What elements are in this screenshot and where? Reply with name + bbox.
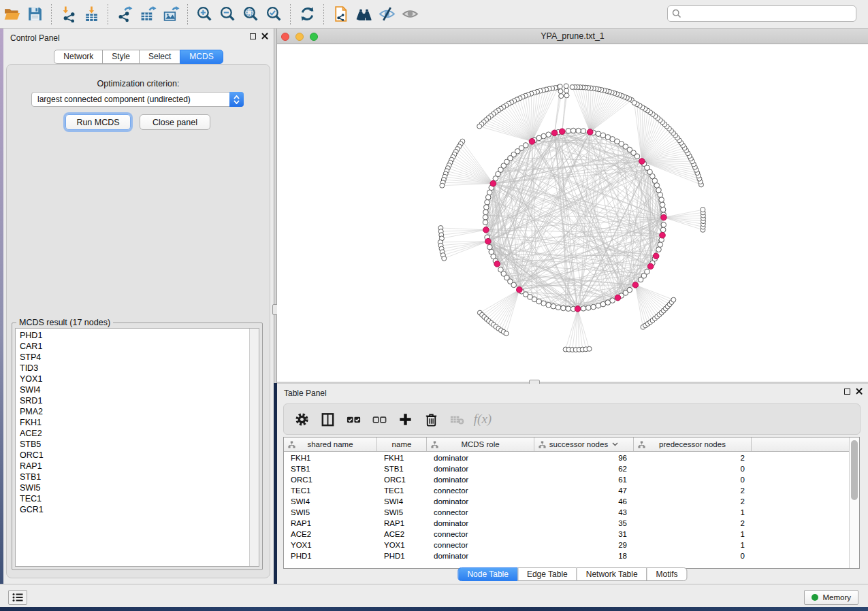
zoom-selected-button[interactable] xyxy=(262,3,285,26)
toolbar-separator xyxy=(51,4,52,24)
column-header-shared-name[interactable]: shared name xyxy=(284,437,377,451)
mcds-result-item[interactable]: FKH1 xyxy=(16,417,249,428)
run-mcds-button[interactable]: Run MCDS xyxy=(65,114,131,130)
mcds-result-item[interactable]: PMA2 xyxy=(16,406,249,417)
table-tab-edge-table[interactable]: Edge Table xyxy=(517,567,577,581)
column-header-mcds-role[interactable]: MCDS role xyxy=(427,437,534,451)
cell-predecessor-nodes: 0 xyxy=(634,474,752,485)
tab-select[interactable]: Select xyxy=(139,50,180,64)
cell-predecessor-nodes: 2 xyxy=(634,496,752,507)
table-body: FKH1FKH1dominator962STB1STB1dominator620… xyxy=(284,452,849,561)
toggle-columns-button[interactable] xyxy=(317,408,338,430)
delete-table-icon xyxy=(449,412,465,427)
table-row[interactable]: YOX1YOX1connector291 xyxy=(284,540,849,550)
result-list-scrollbar[interactable] xyxy=(249,329,259,566)
mcds-result-item[interactable]: STB5 xyxy=(16,439,249,450)
export-network-button[interactable] xyxy=(113,3,136,26)
attribute-tree-icon xyxy=(288,441,295,448)
tab-network[interactable]: Network xyxy=(54,50,103,64)
table-tab-network-table[interactable]: Network Table xyxy=(577,567,647,581)
export-image-button[interactable] xyxy=(159,3,182,26)
import-network-button[interactable] xyxy=(57,3,80,26)
mcds-result-item[interactable]: ACE2 xyxy=(16,428,249,439)
trash-icon xyxy=(423,412,439,427)
table-settings-button[interactable] xyxy=(291,408,312,430)
open-file-button[interactable] xyxy=(0,3,23,26)
mcds-result-item[interactable]: GCR1 xyxy=(16,504,249,515)
network-from-document-button[interactable] xyxy=(329,3,352,26)
column-header-name[interactable]: name xyxy=(377,437,427,451)
delete-columns-button[interactable] xyxy=(420,408,442,430)
table-row[interactable]: TEC1TEC1connector472 xyxy=(284,485,849,496)
table-row[interactable]: FKH1FKH1dominator962 xyxy=(284,452,849,463)
mcds-result-list[interactable]: PHD1CAR1STP4TID3YOX1SWI4SRD1PMA2FKH1ACE2… xyxy=(15,328,259,567)
search-icon xyxy=(672,9,681,18)
deselect-all-button[interactable] xyxy=(368,408,390,430)
cell-successor-nodes: 62 xyxy=(534,463,634,474)
mcds-result-item[interactable]: PHD1 xyxy=(16,330,249,341)
table-row[interactable]: ACE2ACE2connector311 xyxy=(284,529,849,540)
mcds-result-item[interactable]: ORC1 xyxy=(16,450,249,461)
binoculars-button[interactable] xyxy=(352,3,375,26)
mcds-result-item[interactable]: STB1 xyxy=(16,472,249,482)
delete-table-button[interactable] xyxy=(446,408,468,430)
table-row[interactable]: STB1STB1dominator620 xyxy=(284,463,849,474)
save-session-button[interactable] xyxy=(23,3,46,26)
add-column-button[interactable] xyxy=(394,408,416,430)
criterion-dropdown[interactable]: largest connected component (undirected) xyxy=(31,92,244,107)
checked-boxes-icon xyxy=(346,412,361,427)
search-input[interactable] xyxy=(667,5,856,22)
mcds-result-item[interactable]: STP4 xyxy=(16,352,249,363)
memory-button[interactable]: Memory xyxy=(804,590,858,605)
close-panel-icon[interactable] xyxy=(261,33,268,39)
table-tab-motifs[interactable]: Motifs xyxy=(647,567,688,581)
table-header-row: shared namenameMCDS rolesuccessor nodesp… xyxy=(284,437,849,452)
mcds-result-item[interactable]: RAP1 xyxy=(16,461,249,472)
select-all-button[interactable] xyxy=(342,408,364,430)
export-table-button[interactable] xyxy=(136,3,159,26)
table-scrollbar[interactable] xyxy=(849,437,859,568)
cell-successor-nodes: 47 xyxy=(534,485,634,496)
function-builder-button[interactable]: f(x) xyxy=(472,408,494,430)
console-levels-button[interactable] xyxy=(8,590,27,605)
mcds-result-item[interactable]: SWI5 xyxy=(16,482,249,493)
hide-selected-button[interactable] xyxy=(375,3,398,26)
close-panel-icon[interactable] xyxy=(856,388,863,395)
cell-successor-nodes: 18 xyxy=(534,550,634,561)
refresh-button[interactable] xyxy=(295,3,319,26)
table-tab-node-table[interactable]: Node Table xyxy=(457,567,518,581)
show-all-button[interactable] xyxy=(398,3,421,26)
table-scrollbar-thumb[interactable] xyxy=(851,440,858,500)
table-row[interactable]: SWI5SWI5connector431 xyxy=(284,507,849,518)
optimization-criterion-label: Optimization criterion: xyxy=(7,79,270,88)
attribute-tree-icon xyxy=(539,441,546,448)
table-row[interactable]: RAP1RAP1dominator352 xyxy=(284,518,849,529)
float-panel-icon[interactable] xyxy=(844,389,850,395)
mcds-result-item[interactable]: SWI4 xyxy=(16,384,249,395)
mcds-result-item[interactable]: YOX1 xyxy=(16,374,249,384)
table-row[interactable]: ORC1ORC1dominator610 xyxy=(284,474,849,485)
cell-successor-nodes: 31 xyxy=(534,529,634,540)
toolbar-separator xyxy=(108,4,108,24)
network-titlebar[interactable]: YPA_prune.txt_1 xyxy=(277,29,868,44)
mcds-result-item[interactable]: TID3 xyxy=(16,363,249,374)
column-header-predecessor-nodes[interactable]: predecessor nodes xyxy=(634,437,752,451)
tab-mcds[interactable]: MCDS xyxy=(180,50,223,64)
float-panel-icon[interactable] xyxy=(250,33,256,39)
mcds-result-item[interactable]: SRD1 xyxy=(16,395,249,406)
mcds-result-item[interactable]: TEC1 xyxy=(16,493,249,504)
tab-style[interactable]: Style xyxy=(102,50,140,64)
zoom-out-button[interactable] xyxy=(216,3,239,26)
zoom-in-button[interactable] xyxy=(193,3,216,26)
close-panel-button[interactable]: Close panel xyxy=(140,114,210,130)
import-table-button[interactable] xyxy=(80,3,103,26)
column-header-successor-nodes[interactable]: successor nodes xyxy=(534,437,634,451)
zoom-fit-button[interactable] xyxy=(239,3,262,26)
table-row[interactable]: PHD1PHD1dominator180 xyxy=(284,550,849,561)
network-title: YPA_prune.txt_1 xyxy=(277,31,868,41)
network-canvas[interactable] xyxy=(277,44,868,382)
mcds-result-item[interactable]: CAR1 xyxy=(16,341,249,352)
cell-mcds-role: dominator xyxy=(427,550,534,561)
cell-shared-name: TEC1 xyxy=(284,485,377,496)
table-row[interactable]: SWI4SWI4dominator462 xyxy=(284,496,849,507)
